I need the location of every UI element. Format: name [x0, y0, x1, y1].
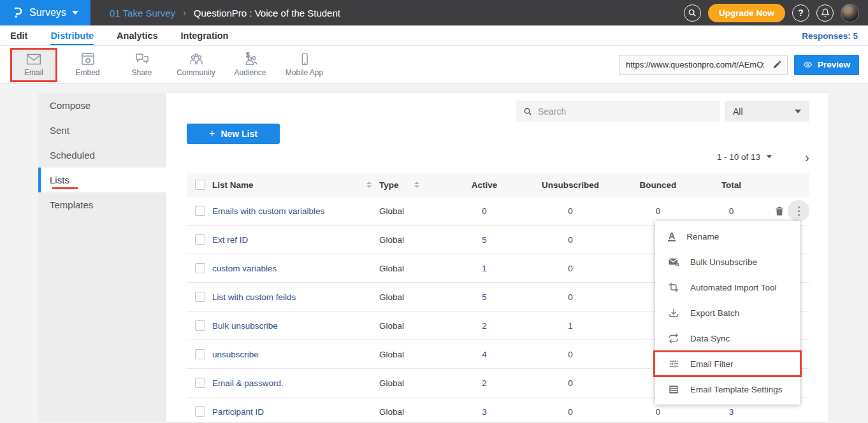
channel-mobile-app[interactable]: Mobile App: [277, 46, 331, 83]
edit-url-button[interactable]: [767, 61, 787, 69]
select-all-checkbox[interactable]: [195, 180, 205, 190]
preview-label: Preview: [818, 60, 850, 69]
active-count[interactable]: 5: [446, 292, 523, 302]
menu-item-label: Bulk Unsubscribe: [690, 257, 757, 267]
list-name-link[interactable]: Ext ref ID: [212, 235, 248, 245]
breadcrumb: 01 Take Survey › QuestionPro : Voice of …: [110, 8, 340, 18]
unsubscribed-count[interactable]: 0: [523, 235, 618, 245]
row-checkbox[interactable]: [195, 234, 205, 245]
sort-icon[interactable]: [414, 182, 419, 188]
unsubscribed-count[interactable]: 0: [523, 350, 618, 359]
active-count[interactable]: 2: [446, 321, 523, 331]
tab-edit[interactable]: Edit: [10, 31, 27, 45]
row-checkbox[interactable]: [195, 292, 205, 302]
row-menu-button[interactable]: [788, 200, 809, 222]
survey-nav: Edit Distribute Analytics Integration Re…: [0, 25, 868, 46]
row-checkbox[interactable]: [195, 263, 205, 273]
active-count[interactable]: 5: [446, 235, 523, 245]
list-name-link[interactable]: unsubscribe: [212, 350, 259, 359]
sidebar-item-lists[interactable]: Lists: [38, 168, 166, 192]
list-name-link[interactable]: List with custom feilds: [212, 292, 296, 302]
svg-text:$: $: [246, 52, 250, 59]
delete-list-button[interactable]: [774, 206, 785, 217]
new-list-button[interactable]: + New List: [187, 124, 280, 144]
row-checkbox[interactable]: [195, 206, 205, 216]
column-list-name[interactable]: List Name: [212, 180, 254, 190]
active-count[interactable]: 2: [446, 378, 523, 388]
unsubscribed-count[interactable]: 1: [523, 321, 618, 331]
sort-icon[interactable]: [366, 182, 372, 188]
menu-item-export-batch[interactable]: Export Batch: [655, 300, 800, 326]
channel-audience[interactable]: $ Audience: [223, 46, 277, 83]
survey-url-box: [619, 55, 788, 75]
sidebar-item-scheduled[interactable]: Scheduled: [38, 143, 166, 168]
next-page-button[interactable]: ›: [805, 150, 809, 164]
product-name: Surveys: [29, 7, 66, 18]
list-name-link[interactable]: Participant ID: [212, 407, 264, 417]
filter-dropdown[interactable]: All: [725, 101, 809, 122]
channel-embed[interactable]: Embed: [61, 46, 115, 83]
column-total: Total: [698, 180, 765, 190]
menu-item-label: Data Sync: [690, 334, 730, 343]
sidebar-item-templates[interactable]: Templates: [38, 192, 166, 217]
tab-distribute[interactable]: Distribute: [50, 31, 94, 45]
breadcrumb-survey-link[interactable]: 01 Take Survey: [110, 8, 175, 18]
column-type[interactable]: Type: [379, 180, 399, 190]
row-checkbox[interactable]: [195, 349, 205, 359]
tab-analytics[interactable]: Analytics: [117, 31, 157, 45]
list-type: Global: [379, 292, 446, 302]
menu-item-email-template-settings[interactable]: Email Template Settings: [655, 376, 800, 402]
menu-item-bulk-unsubscribe[interactable]: Bulk Unsubscribe: [655, 249, 800, 275]
active-count[interactable]: 1: [446, 264, 523, 273]
total-count[interactable]: 3: [698, 407, 765, 417]
active-count[interactable]: 0: [446, 206, 523, 216]
toolbar-right: Preview: [619, 55, 859, 75]
unsubscribed-count[interactable]: 0: [523, 292, 618, 302]
survey-url-input[interactable]: [619, 60, 767, 69]
tab-integration[interactable]: Integration: [181, 31, 229, 45]
list-name-link[interactable]: Email & password.: [212, 378, 284, 388]
table-header: List Name Type Active Unsubscribed Bounc…: [187, 173, 809, 197]
unsubscribed-count[interactable]: 0: [523, 206, 618, 216]
unsubscribed-count[interactable]: 0: [523, 264, 618, 273]
bulk-unsubscribe-icon: [668, 257, 679, 267]
menu-item-label: Export Batch: [690, 308, 739, 318]
list-name-link[interactable]: Emails with custom varialbles: [212, 206, 324, 216]
total-count[interactable]: 0: [698, 206, 765, 216]
channel-email[interactable]: Email: [10, 48, 57, 82]
channel-share[interactable]: Share: [115, 46, 169, 83]
list-name-link[interactable]: Bulk unsubscribe: [212, 321, 278, 331]
list-search-input[interactable]: [538, 106, 713, 117]
search-icon: [688, 8, 697, 17]
menu-item-email-filter[interactable]: Email Filter: [655, 351, 800, 376]
active-count[interactable]: 3: [446, 407, 523, 417]
row-checkbox[interactable]: [195, 378, 205, 388]
row-checkbox[interactable]: [195, 320, 205, 331]
row-checkbox[interactable]: [195, 406, 205, 417]
menu-item-rename[interactable]: A Rename: [655, 224, 800, 249]
channel-community[interactable]: Community: [169, 46, 223, 83]
sidebar-item-compose[interactable]: Compose: [38, 93, 166, 118]
help-button[interactable]: ?: [792, 4, 809, 22]
app-logo[interactable]: Surveys: [0, 0, 90, 25]
list-searchbox: [516, 101, 720, 122]
active-count[interactable]: 4: [446, 350, 523, 359]
pagination-range[interactable]: 1 - 10 of 13: [717, 152, 760, 162]
sidebar-item-sent[interactable]: Sent: [38, 118, 166, 143]
chevron-down-icon[interactable]: [767, 155, 772, 158]
unsubscribed-count[interactable]: 0: [523, 378, 618, 388]
upgrade-button[interactable]: Upgrade Now: [708, 4, 785, 22]
menu-item-automated-import-tool[interactable]: Automated Import Tool: [655, 275, 800, 300]
preview-button[interactable]: Preview: [794, 55, 859, 75]
notifications-button[interactable]: [816, 4, 834, 22]
avatar[interactable]: [841, 4, 859, 22]
bounced-count[interactable]: 0: [618, 407, 698, 417]
template-settings-icon: [668, 385, 679, 394]
unsubscribed-count[interactable]: 0: [523, 407, 618, 417]
channel-label: Email: [24, 68, 43, 77]
list-name-link[interactable]: custom variables: [212, 264, 277, 273]
search-button[interactable]: [684, 4, 701, 22]
responses-count[interactable]: Responses: 5: [802, 31, 858, 45]
bounced-count[interactable]: 0: [618, 206, 698, 216]
menu-item-data-sync[interactable]: Data Sync: [655, 326, 800, 351]
